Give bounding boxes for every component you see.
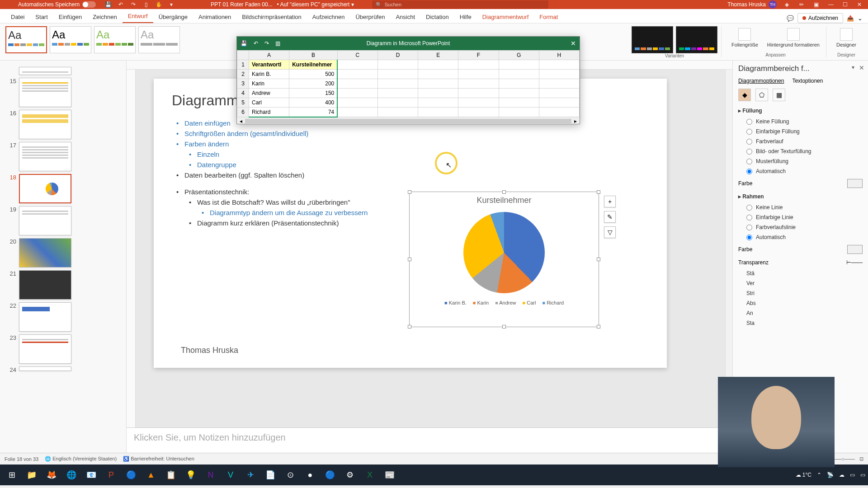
- cell[interactable]: Verantwortl: [249, 60, 289, 70]
- cell[interactable]: 500: [289, 70, 338, 79]
- onenote-icon[interactable]: N: [202, 466, 220, 484]
- weather-widget[interactable]: ☁ 1°C: [796, 472, 811, 478]
- tab-dictation[interactable]: Dictation: [420, 11, 454, 23]
- undo-icon[interactable]: ↶: [254, 40, 258, 47]
- saved-status[interactable]: • Auf "diesem PC" gespeichert ▾: [277, 1, 354, 8]
- tab-ueberpruefen[interactable]: Überprüfen: [350, 11, 390, 23]
- toggle-icon[interactable]: [82, 1, 96, 8]
- close-icon[interactable]: ✕: [571, 40, 576, 47]
- app-icon[interactable]: 📰: [381, 466, 399, 484]
- cell[interactable]: [377, 98, 418, 108]
- cell[interactable]: [458, 60, 499, 70]
- chrome-icon[interactable]: 🌐: [62, 466, 80, 484]
- autosave-toggle[interactable]: Automatisches Speichern: [18, 1, 96, 8]
- cell[interactable]: 150: [289, 89, 338, 98]
- cell[interactable]: [418, 60, 458, 70]
- app-icon[interactable]: 💡: [182, 466, 200, 484]
- cell[interactable]: Karin B.: [249, 70, 289, 79]
- row-header[interactable]: 2: [237, 70, 249, 79]
- section-border[interactable]: ▸ Rahmen: [738, 193, 863, 200]
- pen-icon[interactable]: ✏: [799, 1, 806, 8]
- settings-icon[interactable]: ⚙: [341, 466, 359, 484]
- start-icon[interactable]: ⊞: [3, 466, 21, 484]
- fill-opt-solid[interactable]: Einfarbige Füllung: [738, 127, 863, 136]
- window-icon[interactable]: ▣: [814, 1, 820, 8]
- powerpoint-icon[interactable]: P: [102, 466, 120, 484]
- collapse-icon[interactable]: ▾: [852, 64, 854, 70]
- tab-datei[interactable]: Datei: [5, 11, 30, 23]
- cell[interactable]: Andrew: [249, 89, 289, 98]
- row-header[interactable]: 3: [237, 79, 249, 89]
- tab-uebergaenge[interactable]: Übergänge: [153, 11, 193, 23]
- cell[interactable]: [377, 79, 418, 89]
- slide-item-16[interactable]: 16: [6, 110, 120, 139]
- tray-chevron-icon[interactable]: ⌃: [817, 472, 821, 478]
- excel-title-bar[interactable]: 💾 ↶ ↷ ▥ Diagramm in Microsoft PowerPoint…: [237, 37, 580, 50]
- app-icon[interactable]: 📄: [261, 466, 279, 484]
- close-icon[interactable]: ✕: [859, 64, 864, 71]
- cell[interactable]: [499, 70, 539, 79]
- col-header[interactable]: D: [377, 51, 418, 60]
- cell[interactable]: [418, 108, 458, 117]
- tray-icon[interactable]: ▭: [860, 472, 865, 478]
- theme-thumb-1[interactable]: Aa: [5, 26, 47, 53]
- user-account[interactable]: Thomas Hruska TH: [727, 0, 777, 9]
- fill-opt-picture[interactable]: Bild- oder Texturfüllung: [738, 146, 863, 156]
- notes-pane[interactable]: Klicken Sie, um Notizen hinzuzufügen: [127, 427, 732, 453]
- tab-ansicht[interactable]: Ansicht: [390, 11, 420, 23]
- pane-tab-options[interactable]: Diagrammoptionen: [738, 78, 784, 84]
- chart-object[interactable]: Kursteilnehmer Karin B. Karin Andrew Car…: [409, 192, 599, 327]
- pane-tab-text[interactable]: Textoptionen: [792, 78, 823, 84]
- more-icon[interactable]: ▾: [168, 1, 175, 8]
- chart-title[interactable]: Kursteilnehmer: [410, 192, 599, 205]
- slide-item-14p[interactable]: [6, 67, 120, 75]
- firefox-icon[interactable]: 🦊: [42, 466, 61, 484]
- redo-icon[interactable]: ↷: [264, 40, 269, 47]
- cell[interactable]: [337, 108, 377, 117]
- row-header[interactable]: 4: [237, 89, 249, 98]
- chart-legend[interactable]: Karin B. Karin Andrew Carl Richard: [410, 300, 599, 305]
- cell[interactable]: [377, 89, 418, 98]
- slide-item-20[interactable]: 20: [6, 238, 120, 267]
- slideshow-icon[interactable]: ▯: [143, 1, 149, 8]
- app-icon[interactable]: ⊙: [281, 466, 299, 484]
- resize-handle[interactable]: [502, 325, 506, 328]
- slide-item-15[interactable]: 15: [6, 78, 120, 107]
- designer-button[interactable]: Designer: [834, 26, 859, 49]
- col-header[interactable]: E: [418, 51, 458, 60]
- cell[interactable]: Kursteilnehmer: [289, 60, 338, 70]
- comments-icon[interactable]: 💬: [787, 15, 794, 22]
- cell[interactable]: [539, 79, 579, 89]
- touch-icon[interactable]: ✋: [156, 1, 162, 8]
- cell[interactable]: [337, 60, 377, 70]
- save-icon[interactable]: 💾: [241, 40, 247, 47]
- cell[interactable]: [377, 70, 418, 79]
- slide-item-22[interactable]: 22: [6, 302, 120, 332]
- language-status[interactable]: 🌐 Englisch (Vereinigte Staaten): [45, 456, 117, 462]
- app-icon[interactable]: V: [222, 466, 240, 484]
- tab-bildschirm[interactable]: Bildschirmpräsentation: [236, 11, 307, 23]
- cell[interactable]: [458, 108, 499, 117]
- cell[interactable]: [418, 70, 458, 79]
- share-icon[interactable]: 📤: [847, 15, 854, 22]
- cell[interactable]: [458, 98, 499, 108]
- slide-item-24[interactable]: 24: [6, 366, 120, 373]
- variant-thumb-2[interactable]: [676, 26, 717, 53]
- cell[interactable]: [539, 70, 579, 79]
- cell[interactable]: [458, 79, 499, 89]
- row-header[interactable]: 1: [237, 60, 249, 70]
- cell[interactable]: [499, 79, 539, 89]
- border-opt-none[interactable]: Keine Linie: [738, 202, 863, 212]
- slide-navigator[interactable]: 15 16 17 18 19 20 21 22 23 24: [0, 61, 127, 453]
- excel-grid[interactable]: A B C D E F G H 1 Verantwortl Kursteilne…: [237, 50, 580, 124]
- app-icon[interactable]: 🔵: [321, 466, 339, 484]
- cell[interactable]: [418, 98, 458, 108]
- resize-handle[interactable]: [597, 325, 600, 328]
- fill-opt-none[interactable]: Keine Füllung: [738, 117, 863, 127]
- size-props-icon[interactable]: ▦: [773, 89, 785, 101]
- row-header[interactable]: 5: [237, 98, 249, 108]
- border-opt-solid[interactable]: Einfarbige Linie: [738, 212, 863, 222]
- cell[interactable]: [499, 98, 539, 108]
- format-bg-button[interactable]: Hintergrund formatieren: [764, 26, 822, 49]
- explorer-icon[interactable]: 📁: [23, 466, 41, 484]
